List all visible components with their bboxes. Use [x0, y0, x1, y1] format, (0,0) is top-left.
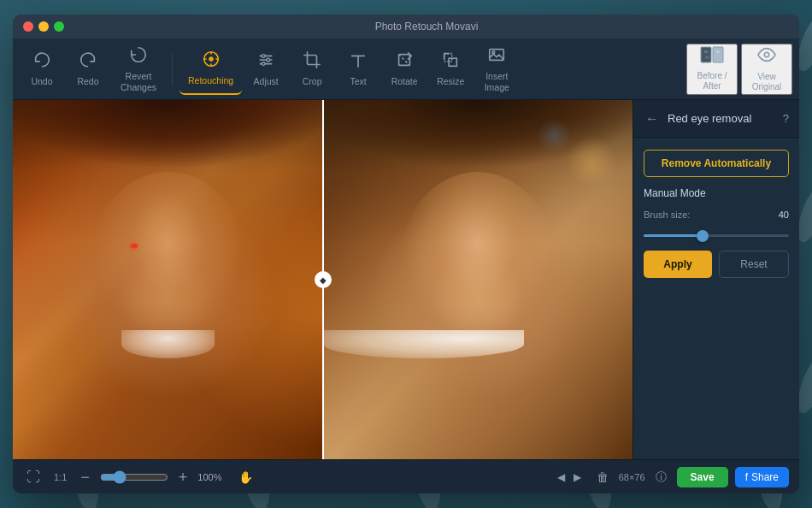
info-button[interactable]: ⓘ — [652, 468, 670, 487]
close-button[interactable] — [23, 21, 33, 32]
svg-point-23 — [764, 52, 769, 57]
title-bar: Photo Retouch Movavi — [13, 15, 799, 38]
text-icon — [349, 50, 368, 73]
svg-point-10 — [267, 58, 270, 62]
info-icon: ⓘ — [656, 470, 667, 483]
prev-image-button[interactable]: ◀ — [554, 470, 568, 485]
bottom-bar-right: 🗑 68×76 ⓘ Save f Share — [593, 467, 789, 487]
app-window: Photo Retouch Movavi Undo Redo — [13, 15, 799, 493]
before-after-label: Before / After — [697, 71, 727, 92]
toolbar: Undo Redo Revert Changes — [13, 38, 799, 100]
brush-size-section: Brush size: 40 — [644, 210, 789, 240]
adjust-button[interactable]: Adjust — [244, 44, 288, 95]
toolbar-separator-1 — [172, 52, 173, 86]
svg-rect-19 — [704, 50, 708, 53]
panel-header: ← Red eye removal ? — [633, 100, 799, 138]
crop-button[interactable]: Crop — [290, 44, 334, 95]
rotate-icon — [395, 50, 414, 73]
app-title: Photo Retouch Movavi — [64, 21, 789, 32]
hand-tool-icon: ✋ — [238, 470, 253, 484]
retouching-label: Retouching — [188, 75, 233, 86]
resize-icon — [441, 50, 460, 73]
crop-label: Crop — [303, 76, 322, 87]
manual-mode-label: Manual Mode — [644, 187, 789, 199]
back-icon: ← — [645, 111, 659, 126]
insert-image-label: Insert Image — [485, 71, 509, 92]
view-original-label: View Original — [752, 72, 781, 92]
traffic-lights — [23, 21, 64, 32]
one-to-one-button[interactable]: 1:1 — [50, 470, 70, 484]
adjust-icon — [256, 50, 275, 73]
view-original-button[interactable]: View Original — [741, 44, 792, 95]
apply-button[interactable]: Apply — [644, 251, 712, 278]
reset-button[interactable]: Reset — [719, 251, 789, 278]
zoom-in-button[interactable]: + — [175, 468, 191, 487]
svg-rect-14 — [449, 58, 456, 66]
text-button[interactable]: Text — [336, 44, 380, 95]
svg-rect-22 — [715, 56, 720, 59]
fit-icon: ⛶ — [26, 470, 40, 484]
main-content: ◆ ← Red eye removal ? Remove Automatical… — [13, 100, 799, 459]
image-size-info: 68×76 — [619, 472, 645, 482]
view-original-icon — [757, 45, 776, 68]
canvas-area[interactable]: ◆ — [13, 100, 633, 459]
save-button[interactable]: Save — [677, 467, 728, 487]
undo-button[interactable]: Undo — [20, 44, 64, 95]
photo-container: ◆ — [13, 100, 633, 459]
brush-size-slider[interactable] — [644, 234, 789, 237]
revert-label: Revert Changes — [121, 71, 156, 92]
revert-button[interactable]: Revert Changes — [112, 44, 165, 95]
before-after-icon — [700, 46, 724, 68]
redo-button[interactable]: Redo — [66, 44, 110, 95]
insert-image-button[interactable]: Insert Image — [474, 44, 519, 95]
rotate-button[interactable]: Rotate — [382, 44, 427, 95]
minimize-button[interactable] — [38, 21, 49, 32]
apply-label: Apply — [663, 258, 691, 270]
redo-label: Redo — [77, 76, 98, 87]
remove-auto-button[interactable]: Remove Automatically — [644, 150, 789, 177]
brush-slider-container — [644, 225, 789, 240]
panel-back-button[interactable]: ← — [644, 109, 661, 128]
save-label: Save — [691, 471, 715, 483]
before-after-button[interactable]: Before / After — [686, 44, 738, 95]
nav-arrows: ◀ ▶ — [554, 470, 585, 485]
svg-rect-20 — [705, 56, 709, 59]
adjust-label: Adjust — [254, 76, 279, 87]
bottom-bar-left: ⛶ 1:1 − + 100% ✋ — [23, 468, 545, 487]
svg-point-11 — [262, 62, 266, 66]
brush-size-value: 40 — [779, 210, 789, 220]
split-handle[interactable]: ◆ — [315, 271, 332, 288]
fit-button[interactable]: ⛶ — [23, 468, 44, 487]
svg-rect-15 — [490, 49, 504, 60]
next-image-button[interactable]: ▶ — [570, 470, 585, 485]
zoom-in-icon: + — [179, 469, 188, 486]
maximize-button[interactable] — [54, 21, 64, 32]
share-button[interactable]: f Share — [735, 467, 789, 487]
brush-label-row: Brush size: 40 — [644, 210, 789, 220]
svg-rect-18 — [713, 47, 723, 62]
rotate-label: Rotate — [391, 76, 418, 87]
insert-image-icon — [487, 45, 506, 68]
retouching-button[interactable]: Retouching — [179, 44, 242, 95]
panel-title: Red eye removal — [668, 112, 776, 125]
zoom-slider[interactable] — [100, 470, 168, 484]
svg-point-16 — [492, 51, 495, 54]
resize-label: Resize — [437, 76, 464, 87]
undo-icon — [32, 50, 51, 73]
delete-button[interactable]: 🗑 — [593, 469, 612, 486]
panel-help-button[interactable]: ? — [783, 112, 789, 125]
prev-icon: ◀ — [557, 471, 565, 483]
zoom-out-button[interactable]: − — [77, 468, 93, 487]
zoom-value: 100% — [197, 472, 228, 482]
bottom-bar: ⛶ 1:1 − + 100% ✋ — [13, 459, 799, 493]
history-tools: Undo Redo Revert Changes — [20, 44, 165, 95]
crop-icon — [303, 50, 321, 73]
share-icon: f — [745, 471, 748, 483]
svg-point-1 — [209, 56, 214, 62]
one-to-one-label: 1:1 — [54, 472, 67, 482]
share-label: Share — [751, 471, 779, 483]
resize-button[interactable]: Resize — [428, 44, 473, 95]
bottom-bar-center: ◀ ▶ — [554, 470, 585, 485]
hand-tool-button[interactable]: ✋ — [235, 469, 256, 486]
svg-rect-17 — [701, 47, 711, 62]
